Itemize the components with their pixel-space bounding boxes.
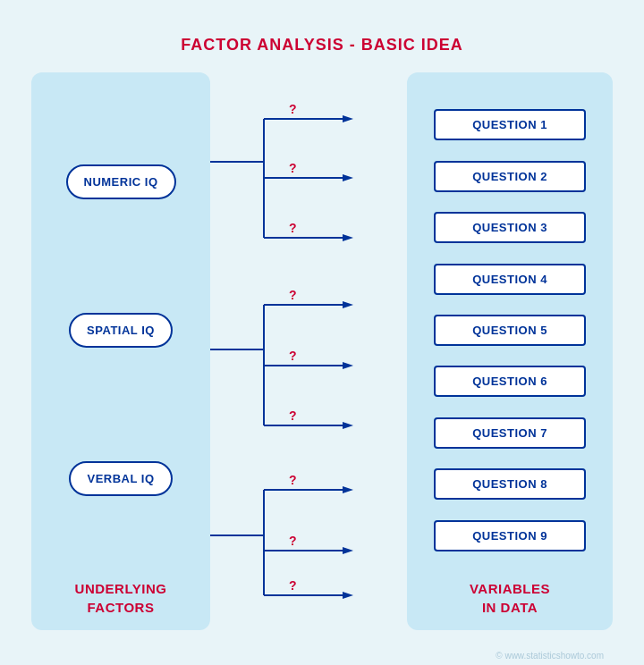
question-box-6: QUESTION 6 — [434, 366, 586, 397]
variables-panel: QUESTION 1 QUESTION 2 QUESTION 3 QUESTIO… — [407, 72, 613, 630]
factors-column: NUMERIC IQ SPATIAL IQ VERBAL IQ — [45, 90, 197, 570]
svg-text:?: ? — [289, 102, 297, 116]
question-box-3: QUESTION 3 — [434, 212, 586, 243]
factor-box-spatial-iq: SPATIAL IQ — [69, 313, 173, 348]
svg-marker-19 — [343, 301, 353, 308]
diagram-wrapper: NUMERIC IQ SPATIAL IQ VERBAL IQ UNDERLYI… — [31, 72, 613, 630]
connector-area: ? ? ? ? — [210, 72, 389, 630]
svg-marker-9 — [343, 174, 353, 181]
svg-text:?: ? — [289, 473, 297, 487]
factors-panel-label: UNDERLYINGFACTORS — [75, 579, 167, 617]
svg-text:?: ? — [289, 578, 297, 593]
svg-marker-41 — [343, 592, 353, 599]
question-box-8: QUESTION 8 — [434, 468, 586, 500]
questions-column: QUESTION 1 QUESTION 2 QUESTION 3 QUESTIO… — [420, 90, 599, 570]
question-box-7: QUESTION 7 — [434, 417, 586, 449]
svg-marker-13 — [343, 234, 353, 241]
svg-marker-33 — [343, 486, 353, 493]
question-box-5: QUESTION 5 — [434, 315, 586, 346]
svg-marker-27 — [343, 422, 353, 429]
svg-text:?: ? — [289, 534, 297, 548]
factor-box-numeric-iq: NUMERIC IQ — [66, 164, 176, 199]
connector-svg: ? ? ? ? — [210, 72, 389, 627]
outer-container: FACTOR ANALYSIS - BASIC IDEA NUMERIC IQ … — [13, 18, 631, 665]
svg-marker-37 — [343, 547, 353, 554]
watermark: © www.statisticshowto.com — [496, 651, 604, 661]
question-box-9: QUESTION 9 — [434, 520, 586, 551]
svg-text:?: ? — [289, 349, 297, 363]
svg-text:?: ? — [289, 288, 297, 302]
svg-marker-5 — [343, 115, 353, 122]
svg-text:?: ? — [289, 161, 297, 175]
page-title: FACTOR ANALYSIS - BASIC IDEA — [31, 36, 613, 55]
svg-marker-23 — [343, 362, 353, 369]
factors-panel: NUMERIC IQ SPATIAL IQ VERBAL IQ UNDERLYI… — [31, 72, 210, 630]
question-box-2: QUESTION 2 — [434, 161, 586, 192]
variables-panel-label: VARIABLESIN DATA — [470, 579, 550, 617]
question-box-1: QUESTION 1 — [434, 109, 586, 140]
svg-text:?: ? — [289, 221, 297, 235]
factor-box-verbal-iq: VERBAL IQ — [69, 461, 172, 496]
question-box-4: QUESTION 4 — [434, 264, 586, 295]
svg-text:?: ? — [289, 408, 297, 423]
